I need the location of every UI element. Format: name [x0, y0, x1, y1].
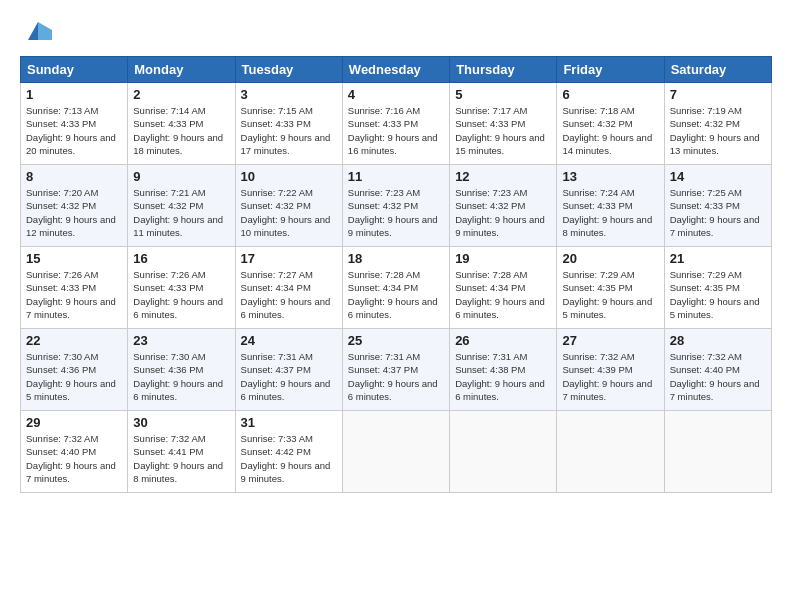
- svg-marker-1: [38, 22, 52, 40]
- calendar-table: SundayMondayTuesdayWednesdayThursdayFrid…: [20, 56, 772, 493]
- calendar-cell: 5 Sunrise: 7:17 AM Sunset: 4:33 PM Dayli…: [450, 83, 557, 165]
- day-info: Sunrise: 7:30 AM Sunset: 4:36 PM Dayligh…: [26, 351, 116, 402]
- calendar-week-row: 29 Sunrise: 7:32 AM Sunset: 4:40 PM Dayl…: [21, 411, 772, 493]
- calendar-cell: 18 Sunrise: 7:28 AM Sunset: 4:34 PM Dayl…: [342, 247, 449, 329]
- day-info: Sunrise: 7:16 AM Sunset: 4:33 PM Dayligh…: [348, 105, 438, 156]
- weekday-thursday: Thursday: [450, 57, 557, 83]
- page: SundayMondayTuesdayWednesdayThursdayFrid…: [0, 0, 792, 612]
- day-info: Sunrise: 7:30 AM Sunset: 4:36 PM Dayligh…: [133, 351, 223, 402]
- day-number: 19: [455, 251, 551, 266]
- day-number: 9: [133, 169, 229, 184]
- day-number: 6: [562, 87, 658, 102]
- calendar-cell: [664, 411, 771, 493]
- day-info: Sunrise: 7:22 AM Sunset: 4:32 PM Dayligh…: [241, 187, 331, 238]
- calendar-cell: 31 Sunrise: 7:33 AM Sunset: 4:42 PM Dayl…: [235, 411, 342, 493]
- day-info: Sunrise: 7:31 AM Sunset: 4:37 PM Dayligh…: [348, 351, 438, 402]
- day-number: 12: [455, 169, 551, 184]
- calendar-cell: 23 Sunrise: 7:30 AM Sunset: 4:36 PM Dayl…: [128, 329, 235, 411]
- day-number: 11: [348, 169, 444, 184]
- calendar-week-row: 8 Sunrise: 7:20 AM Sunset: 4:32 PM Dayli…: [21, 165, 772, 247]
- calendar-cell: 26 Sunrise: 7:31 AM Sunset: 4:38 PM Dayl…: [450, 329, 557, 411]
- weekday-monday: Monday: [128, 57, 235, 83]
- weekday-header-row: SundayMondayTuesdayWednesdayThursdayFrid…: [21, 57, 772, 83]
- weekday-sunday: Sunday: [21, 57, 128, 83]
- calendar-cell: 14 Sunrise: 7:25 AM Sunset: 4:33 PM Dayl…: [664, 165, 771, 247]
- logo-icon: [24, 16, 52, 44]
- calendar-cell: 21 Sunrise: 7:29 AM Sunset: 4:35 PM Dayl…: [664, 247, 771, 329]
- day-info: Sunrise: 7:21 AM Sunset: 4:32 PM Dayligh…: [133, 187, 223, 238]
- calendar-week-row: 1 Sunrise: 7:13 AM Sunset: 4:33 PM Dayli…: [21, 83, 772, 165]
- day-info: Sunrise: 7:14 AM Sunset: 4:33 PM Dayligh…: [133, 105, 223, 156]
- day-number: 29: [26, 415, 122, 430]
- day-info: Sunrise: 7:29 AM Sunset: 4:35 PM Dayligh…: [562, 269, 652, 320]
- day-info: Sunrise: 7:25 AM Sunset: 4:33 PM Dayligh…: [670, 187, 760, 238]
- calendar-cell: 17 Sunrise: 7:27 AM Sunset: 4:34 PM Dayl…: [235, 247, 342, 329]
- day-number: 10: [241, 169, 337, 184]
- day-info: Sunrise: 7:15 AM Sunset: 4:33 PM Dayligh…: [241, 105, 331, 156]
- day-number: 27: [562, 333, 658, 348]
- day-info: Sunrise: 7:23 AM Sunset: 4:32 PM Dayligh…: [348, 187, 438, 238]
- day-number: 17: [241, 251, 337, 266]
- calendar-cell: 28 Sunrise: 7:32 AM Sunset: 4:40 PM Dayl…: [664, 329, 771, 411]
- day-number: 24: [241, 333, 337, 348]
- day-number: 22: [26, 333, 122, 348]
- day-info: Sunrise: 7:17 AM Sunset: 4:33 PM Dayligh…: [455, 105, 545, 156]
- calendar-cell: 8 Sunrise: 7:20 AM Sunset: 4:32 PM Dayli…: [21, 165, 128, 247]
- day-info: Sunrise: 7:23 AM Sunset: 4:32 PM Dayligh…: [455, 187, 545, 238]
- day-info: Sunrise: 7:18 AM Sunset: 4:32 PM Dayligh…: [562, 105, 652, 156]
- calendar-cell: 11 Sunrise: 7:23 AM Sunset: 4:32 PM Dayl…: [342, 165, 449, 247]
- day-number: 3: [241, 87, 337, 102]
- weekday-saturday: Saturday: [664, 57, 771, 83]
- calendar-cell: [557, 411, 664, 493]
- day-info: Sunrise: 7:13 AM Sunset: 4:33 PM Dayligh…: [26, 105, 116, 156]
- day-info: Sunrise: 7:28 AM Sunset: 4:34 PM Dayligh…: [455, 269, 545, 320]
- calendar-cell: 22 Sunrise: 7:30 AM Sunset: 4:36 PM Dayl…: [21, 329, 128, 411]
- day-number: 20: [562, 251, 658, 266]
- day-info: Sunrise: 7:20 AM Sunset: 4:32 PM Dayligh…: [26, 187, 116, 238]
- weekday-wednesday: Wednesday: [342, 57, 449, 83]
- day-number: 7: [670, 87, 766, 102]
- day-info: Sunrise: 7:32 AM Sunset: 4:39 PM Dayligh…: [562, 351, 652, 402]
- day-number: 13: [562, 169, 658, 184]
- calendar-cell: [450, 411, 557, 493]
- day-info: Sunrise: 7:26 AM Sunset: 4:33 PM Dayligh…: [133, 269, 223, 320]
- day-number: 23: [133, 333, 229, 348]
- day-info: Sunrise: 7:32 AM Sunset: 4:41 PM Dayligh…: [133, 433, 223, 484]
- calendar-cell: 20 Sunrise: 7:29 AM Sunset: 4:35 PM Dayl…: [557, 247, 664, 329]
- day-number: 18: [348, 251, 444, 266]
- day-info: Sunrise: 7:33 AM Sunset: 4:42 PM Dayligh…: [241, 433, 331, 484]
- day-info: Sunrise: 7:31 AM Sunset: 4:37 PM Dayligh…: [241, 351, 331, 402]
- calendar-cell: 24 Sunrise: 7:31 AM Sunset: 4:37 PM Dayl…: [235, 329, 342, 411]
- day-info: Sunrise: 7:32 AM Sunset: 4:40 PM Dayligh…: [26, 433, 116, 484]
- day-number: 15: [26, 251, 122, 266]
- calendar-cell: 1 Sunrise: 7:13 AM Sunset: 4:33 PM Dayli…: [21, 83, 128, 165]
- day-number: 2: [133, 87, 229, 102]
- weekday-friday: Friday: [557, 57, 664, 83]
- day-number: 8: [26, 169, 122, 184]
- calendar-cell: [342, 411, 449, 493]
- day-number: 21: [670, 251, 766, 266]
- calendar-cell: 30 Sunrise: 7:32 AM Sunset: 4:41 PM Dayl…: [128, 411, 235, 493]
- day-number: 5: [455, 87, 551, 102]
- day-info: Sunrise: 7:24 AM Sunset: 4:33 PM Dayligh…: [562, 187, 652, 238]
- calendar-cell: 29 Sunrise: 7:32 AM Sunset: 4:40 PM Dayl…: [21, 411, 128, 493]
- day-info: Sunrise: 7:29 AM Sunset: 4:35 PM Dayligh…: [670, 269, 760, 320]
- calendar-cell: 10 Sunrise: 7:22 AM Sunset: 4:32 PM Dayl…: [235, 165, 342, 247]
- day-number: 31: [241, 415, 337, 430]
- calendar-cell: 25 Sunrise: 7:31 AM Sunset: 4:37 PM Dayl…: [342, 329, 449, 411]
- calendar-cell: 13 Sunrise: 7:24 AM Sunset: 4:33 PM Dayl…: [557, 165, 664, 247]
- day-info: Sunrise: 7:31 AM Sunset: 4:38 PM Dayligh…: [455, 351, 545, 402]
- day-info: Sunrise: 7:19 AM Sunset: 4:32 PM Dayligh…: [670, 105, 760, 156]
- calendar-cell: 12 Sunrise: 7:23 AM Sunset: 4:32 PM Dayl…: [450, 165, 557, 247]
- calendar-cell: 7 Sunrise: 7:19 AM Sunset: 4:32 PM Dayli…: [664, 83, 771, 165]
- day-number: 25: [348, 333, 444, 348]
- header: [20, 16, 772, 44]
- day-info: Sunrise: 7:28 AM Sunset: 4:34 PM Dayligh…: [348, 269, 438, 320]
- calendar-cell: 6 Sunrise: 7:18 AM Sunset: 4:32 PM Dayli…: [557, 83, 664, 165]
- calendar-cell: 19 Sunrise: 7:28 AM Sunset: 4:34 PM Dayl…: [450, 247, 557, 329]
- calendar-cell: 3 Sunrise: 7:15 AM Sunset: 4:33 PM Dayli…: [235, 83, 342, 165]
- calendar-cell: 4 Sunrise: 7:16 AM Sunset: 4:33 PM Dayli…: [342, 83, 449, 165]
- day-number: 30: [133, 415, 229, 430]
- day-number: 28: [670, 333, 766, 348]
- day-number: 4: [348, 87, 444, 102]
